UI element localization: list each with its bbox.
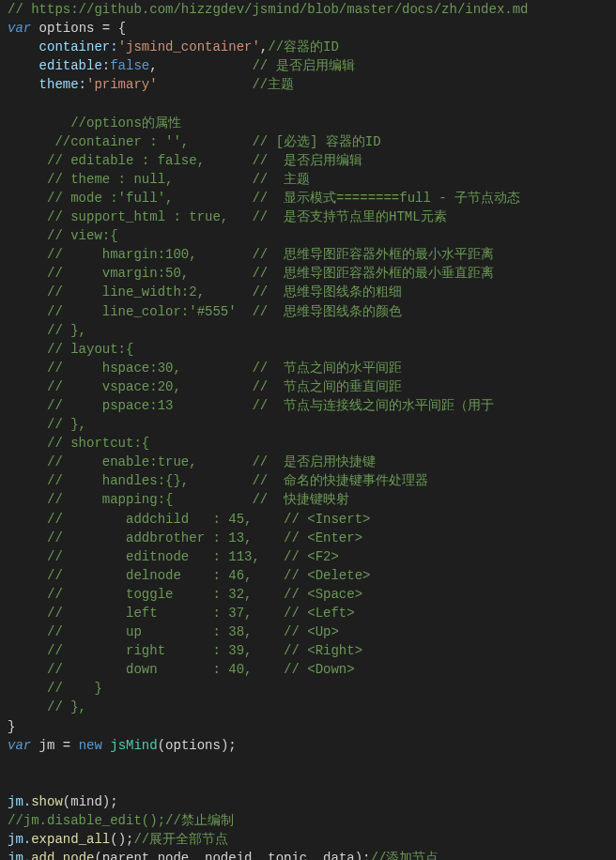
code-line: jm.expand_all();//展开全部节点 — [8, 832, 228, 847]
code-line: // view:{ — [8, 228, 118, 243]
code-line: editable:false, // 是否启用编辑 — [8, 58, 355, 73]
code-line: // support_html : true, // 是否支持节点里的HTML元… — [8, 209, 447, 224]
code-line: // vspace:20, // 节点之间的垂直间距 — [8, 379, 402, 394]
code-line: // }, — [8, 699, 86, 714]
code-line: jm.show(mind); — [8, 794, 118, 809]
code-line: // addchild : 45, // <Insert> — [8, 512, 370, 527]
code-editor[interactable]: // https://github.com/hizzgdev/jsmind/bl… — [0, 0, 616, 860]
code-line: // pspace:13 // 节点与连接线之间的水平间距（用于 — [8, 398, 494, 413]
code-line: // toggle : 32, // <Space> — [8, 587, 362, 602]
code-line: // hmargin:100, // 思维导图距容器外框的最小水平距离 — [8, 247, 494, 262]
code-line: // }, — [8, 417, 86, 432]
code-line: // down : 40, // <Down> — [8, 662, 355, 677]
code-line: jm.add_node(parent_node, nodeid, topic, … — [8, 851, 439, 860]
code-line: // delnode : 46, // <Delete> — [8, 568, 370, 583]
code-line: // enable:true, // 是否启用快捷键 — [8, 454, 376, 469]
code-line: // line_color:'#555' // 思维导图线条的颜色 — [8, 304, 402, 319]
code-line: // right : 39, // <Right> — [8, 643, 362, 658]
code-line: // addbrother : 13, // <Enter> — [8, 530, 362, 545]
code-line: // layout:{ — [8, 342, 133, 357]
code-line: // } — [8, 681, 102, 696]
code-line: // https://github.com/hizzgdev/jsmind/bl… — [8, 2, 529, 17]
code-line: //options的属性 — [8, 115, 181, 131]
code-line: var jm = new jsMind(options); — [8, 738, 237, 753]
code-line: // theme : null, // 主题 — [8, 172, 310, 187]
code-line: // hspace:30, // 节点之间的水平间距 — [8, 361, 402, 376]
code-line: //jm.disable_edit();//禁止编制 — [8, 813, 234, 828]
code-line: // line_width:2, // 思维导图线条的粗细 — [8, 284, 402, 299]
code-line: // mapping:{ // 快捷键映射 — [8, 492, 349, 507]
code-line: //container : '', // [必选] 容器的ID — [8, 134, 381, 149]
code-line: var options = { — [8, 21, 126, 36]
code-line: // editable : false, // 是否启用编辑 — [8, 153, 362, 168]
code-line: // up : 38, // <Up> — [8, 624, 339, 639]
code-line: theme:'primary' //主题 — [8, 77, 294, 92]
code-line: // vmargin:50, // 思维导图距容器外框的最小垂直距离 — [8, 266, 494, 281]
code-line: // shortcut:{ — [8, 436, 149, 451]
code-line: // mode :'full', // 显示模式========full - 子… — [8, 191, 520, 206]
code-line: // left : 37, // <Left> — [8, 606, 355, 621]
code-line: // }, — [8, 323, 86, 338]
code-line: // handles:{}, // 命名的快捷键事件处理器 — [8, 473, 428, 488]
code-line: container:'jsmind_container',//容器的ID — [8, 39, 339, 54]
code-line: // editnode : 113, // <F2> — [8, 549, 339, 564]
code-line: } — [8, 719, 15, 734]
